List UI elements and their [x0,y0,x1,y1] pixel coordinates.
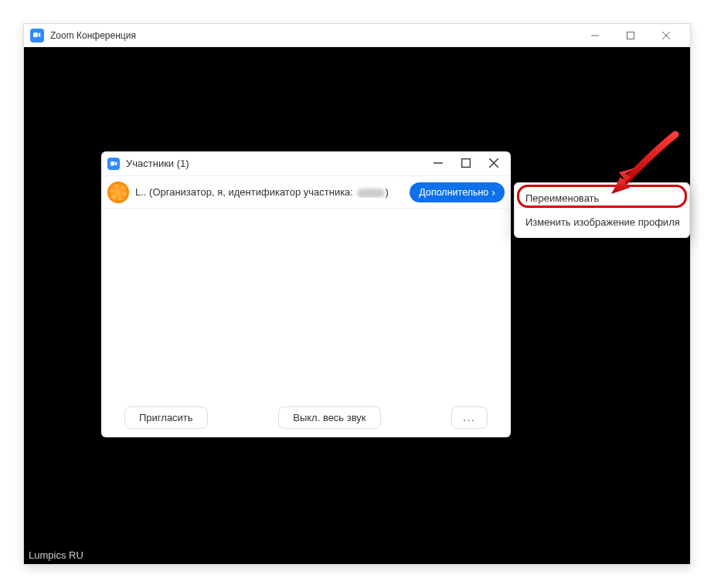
participant-id-blurred [357,189,385,198]
zoom-icon [30,29,44,42]
participants-footer: Пригласить Выкл. весь звук ... [101,397,511,437]
participants-titlebar: Участники (1) [101,151,511,176]
maximize-button[interactable] [461,157,471,171]
minimize-button[interactable] [577,25,613,46]
participant-more-button[interactable]: Дополнительно › [410,182,505,202]
participant-row[interactable]: L.. (Организатор, я, идентификатор участ… [101,176,511,209]
main-title: Zoom Конференция [50,30,136,41]
maximize-button[interactable] [613,25,648,46]
footer-more-button[interactable]: ... [451,406,488,429]
minimize-button[interactable] [434,157,443,171]
more-label: Дополнительно [419,187,488,198]
menu-item-change-picture[interactable]: Изменить изображение профиля [515,210,689,234]
participant-prefix: L.. (Организатор, я, идентификатор участ… [135,186,356,198]
zoom-icon [107,158,120,170]
close-button[interactable] [648,25,684,46]
chevron-right-icon: › [491,186,495,199]
participant-suffix: ) [386,186,389,198]
meeting-viewport: Участники (1) L.. (Организатор, я, идент… [24,47,690,564]
participant-context-menu: Переименовать Изменить изображение профи… [514,182,690,238]
participants-title: Участники (1) [126,158,189,169]
participants-list-body [101,209,511,397]
main-window-controls [577,25,684,46]
avatar [107,182,129,203]
participants-window-controls [434,157,505,171]
main-titlebar: Zoom Конференция [24,24,690,47]
participant-label: L.. (Организатор, я, идентификатор участ… [135,186,389,198]
mute-all-button[interactable]: Выкл. весь звук [278,406,380,429]
close-button[interactable] [489,157,498,171]
menu-item-rename[interactable]: Переименовать [515,186,689,210]
invite-button[interactable]: Пригласить [124,406,208,429]
watermark: Lumpics RU [29,549,83,561]
svg-rect-1 [627,32,634,39]
participants-panel: Участники (1) L.. (Организатор, я, идент… [101,151,511,437]
svg-rect-5 [462,158,471,167]
zoom-main-window: Zoom Конференция Участники (1) [23,23,691,565]
